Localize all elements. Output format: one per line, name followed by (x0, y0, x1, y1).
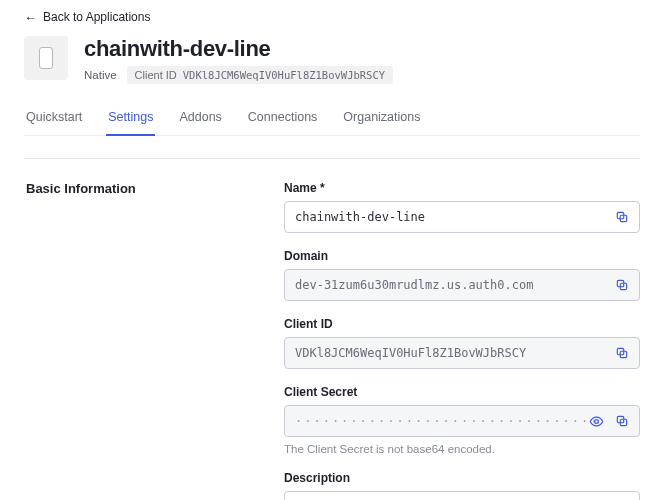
copy-client-id-button[interactable] (610, 341, 634, 365)
client-id-badge-label: Client ID (135, 69, 177, 81)
eye-icon (589, 414, 604, 429)
tab-bar: Quickstart Settings Addons Connections O… (24, 110, 640, 136)
client-id-badge: Client ID VDKl8JCM6WeqIV0HuFl8Z1BovWJbRS… (127, 66, 393, 84)
copy-domain-button[interactable] (610, 273, 634, 297)
copy-name-button[interactable] (610, 205, 634, 229)
back-link-label: Back to Applications (43, 10, 150, 24)
section-title: Basic Information (24, 181, 264, 500)
description-textarea[interactable] (284, 491, 640, 500)
tab-organizations[interactable]: Organizations (341, 110, 422, 136)
tab-quickstart[interactable]: Quickstart (24, 110, 84, 136)
client-id-input[interactable] (284, 337, 640, 369)
tab-connections[interactable]: Connections (246, 110, 320, 136)
client-secret-hint: The Client Secret is not base64 encoded. (284, 443, 640, 455)
copy-client-secret-button[interactable] (610, 409, 634, 433)
description-label: Description (284, 471, 640, 485)
arrow-left-icon: ← (24, 11, 37, 24)
tab-addons[interactable]: Addons (177, 110, 223, 136)
copy-icon (615, 278, 629, 292)
reveal-client-secret-button[interactable] (584, 409, 608, 433)
app-type-label: Native (84, 69, 117, 81)
app-icon (24, 36, 68, 80)
name-label: Name * (284, 181, 640, 195)
back-to-applications-link[interactable]: ← Back to Applications (24, 8, 150, 26)
domain-label: Domain (284, 249, 640, 263)
device-icon (39, 47, 53, 69)
domain-input[interactable] (284, 269, 640, 301)
page-title: chainwith-dev-line (84, 36, 393, 62)
client-secret-label: Client Secret (284, 385, 640, 399)
client-id-label: Client ID (284, 317, 640, 331)
name-input[interactable] (284, 201, 640, 233)
copy-icon (615, 346, 629, 360)
copy-icon (615, 210, 629, 224)
client-id-badge-value: VDKl8JCM6WeqIV0HuFl8Z1BovWJbRSCY (183, 69, 385, 81)
tab-settings[interactable]: Settings (106, 110, 155, 136)
svg-point-6 (594, 419, 598, 423)
copy-icon (615, 414, 629, 428)
